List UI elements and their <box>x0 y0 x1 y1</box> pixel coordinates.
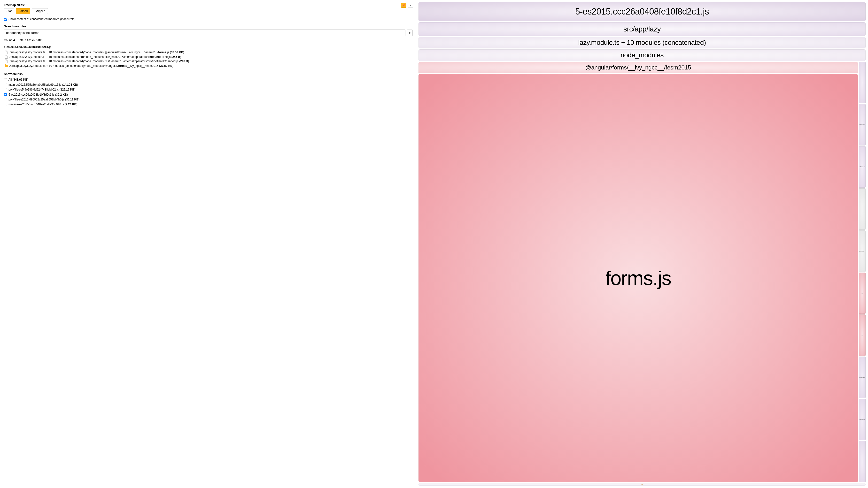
treemap-tiny-node[interactable]: … <box>859 62 866 103</box>
chunk-item[interactable]: main-es2015.575a364a0a58bdad9a15.js (141… <box>4 82 413 87</box>
treemap-node-node-modules[interactable]: node_modules <box>418 50 866 61</box>
result-item[interactable]: ./src/app/lazy/lazy.module.ts + 10 modul… <box>4 64 413 68</box>
result-item[interactable]: ./src/app/lazy/lazy.module.ts + 10 modul… <box>4 55 413 59</box>
treemap-tiny-node[interactable]: … <box>859 188 866 230</box>
chevron-left-icon: ‹ <box>410 4 411 7</box>
search-clear-button[interactable]: x <box>407 30 413 36</box>
sidebar-controls: 📌 ‹ <box>401 3 413 8</box>
sidebar-panel: 📌 ‹ Treemap sizes: Stat Parsed Gzipped S… <box>0 0 416 488</box>
chunk-checkbox[interactable] <box>4 103 7 106</box>
show-concat-checkbox[interactable] <box>4 18 7 21</box>
result-text: ./src/app/lazy/lazy.module.ts + 10 modul… <box>9 55 181 59</box>
treemap-panel[interactable]: 5-es2015.ccc26a0408fe10f8d2c1.js src/app… <box>416 0 868 488</box>
treemap-tiny-node[interactable]: operators <box>859 230 866 272</box>
show-concat-row[interactable]: Show content of concatenated modules (in… <box>4 18 413 21</box>
size-gzipped-button[interactable]: Gzipped <box>32 8 48 14</box>
total-size-value: 75.5 KB <box>32 38 42 42</box>
result-text: ./src/app/lazy/lazy.module.ts + 10 modul… <box>9 50 184 55</box>
treemap-right-col: …schedulerAsyncScheduler.js…operators……o… <box>859 62 866 482</box>
file-icon <box>5 51 8 54</box>
result-item[interactable]: ./src/app/lazy/lazy.module.ts + 10 modul… <box>4 50 413 55</box>
treemap-tiny-node[interactable]: scheduler <box>859 104 866 145</box>
chunk-checkbox[interactable] <box>4 98 7 101</box>
result-item[interactable]: ./src/app/lazy/lazy.module.ts + 10 modul… <box>4 59 413 64</box>
collapse-button[interactable]: ‹ <box>408 3 413 8</box>
chunk-label: 5-es2015.ccc26a0408fe10f8d2c1.js (39.2 K… <box>8 92 68 97</box>
folder-icon <box>5 65 8 67</box>
chunk-label: runtime-es2015.5a81048ee254fe95d010.js (… <box>8 102 77 107</box>
search-row: x <box>4 30 413 36</box>
treemap-bottom-strip[interactable] <box>418 483 866 486</box>
show-concat-label: Show content of concatenated modules (in… <box>8 18 75 21</box>
search-modules-label: Search modules: <box>4 25 413 28</box>
chunk-label: main-es2015.575a364a0a58bdad9a15.js (141… <box>8 82 78 87</box>
chunk-item[interactable]: 5-es2015.ccc26a0408fe10f8d2c1.js (39.2 K… <box>4 92 413 97</box>
treemap-node-forms-js[interactable]: forms.js <box>418 74 858 482</box>
chunk-item[interactable]: polyfills-es2015.690002c25ea8557bb4b0.js… <box>4 97 413 102</box>
chunk-checkbox[interactable] <box>4 88 7 91</box>
chunk-item[interactable]: polyfills-es5.9e286f6d9247438cbb02.js (1… <box>4 87 413 92</box>
chunk-label: All (348.66 KB) <box>8 77 28 82</box>
result-text: ./src/app/lazy/lazy.module.ts + 10 modul… <box>9 59 189 64</box>
pin-icon: 📌 <box>402 4 405 7</box>
treemap-node-src-app-lazy[interactable]: src/app/lazy <box>418 22 866 36</box>
chunk-item[interactable]: runtime-es2015.5a81048ee254fe95d010.js (… <box>4 102 413 107</box>
search-summary: Count: 4 Total size: 75.5 KB <box>4 38 413 42</box>
chunk-list: All (348.66 KB)main-es2015.575a364a0a58b… <box>4 77 413 107</box>
app-root: 📌 ‹ Treemap sizes: Stat Parsed Gzipped S… <box>0 0 868 488</box>
pin-button[interactable]: 📌 <box>401 3 406 8</box>
size-stat-button[interactable]: Stat <box>4 8 14 14</box>
treemap-middle: @angular/forms/__ivy_ngcc__/fesm2015 for… <box>418 62 866 482</box>
result-text: ./src/app/lazy/lazy.module.ts + 10 modul… <box>9 64 174 68</box>
result-list: ./src/app/lazy/lazy.module.ts + 10 modul… <box>4 50 413 68</box>
total-size-label: Total size: <box>18 38 31 42</box>
count-label: Count: <box>4 38 12 42</box>
treemap-left-col: @angular/forms/__ivy_ngcc__/fesm2015 for… <box>418 62 858 482</box>
treemap-sizes-label: Treemap sizes: <box>4 3 413 7</box>
chunk-label: polyfills-es2015.690002c25ea8557bb4b0.js… <box>8 97 80 102</box>
treemap-tiny-node[interactable]: AsyncScheduler.js <box>859 146 866 188</box>
treemap-tiny-node[interactable]: … <box>859 272 866 314</box>
show-chunks-label: Show chunks: <box>4 72 413 76</box>
file-icon <box>5 55 8 59</box>
treemap-tiny-node[interactable]: … <box>859 441 866 482</box>
result-group-title: 5-es2015.ccc26a0408fe10f8d2c1.js <box>4 45 413 48</box>
chunk-checkbox[interactable] <box>4 83 7 86</box>
treemap-node-root[interactable]: 5-es2015.ccc26a0408fe10f8d2c1.js <box>418 2 866 21</box>
treemap-node-angular-forms-dir[interactable]: @angular/forms/__ivy_ngcc__/fesm2015 <box>418 62 858 73</box>
treemap-tiny-node[interactable]: Notification.js <box>859 399 866 440</box>
chunk-checkbox[interactable] <box>4 78 7 82</box>
treemap-tiny-node[interactable]: observable <box>859 357 866 398</box>
size-button-row: Stat Parsed Gzipped <box>4 8 413 14</box>
count-value: 4 <box>13 38 15 42</box>
chunk-label: polyfills-es5.9e286f6d9247438cbb02.js (1… <box>8 87 75 92</box>
treemap-node-lazy-module[interactable]: lazy.module.ts + 10 modules (concatenate… <box>418 37 866 48</box>
chunk-item[interactable]: All (348.66 KB) <box>4 77 413 82</box>
size-parsed-button[interactable]: Parsed <box>16 8 30 14</box>
file-icon <box>5 60 8 63</box>
search-input[interactable] <box>4 30 405 36</box>
treemap-tiny-node[interactable]: … <box>859 315 866 356</box>
chunk-checkbox[interactable] <box>4 93 7 96</box>
